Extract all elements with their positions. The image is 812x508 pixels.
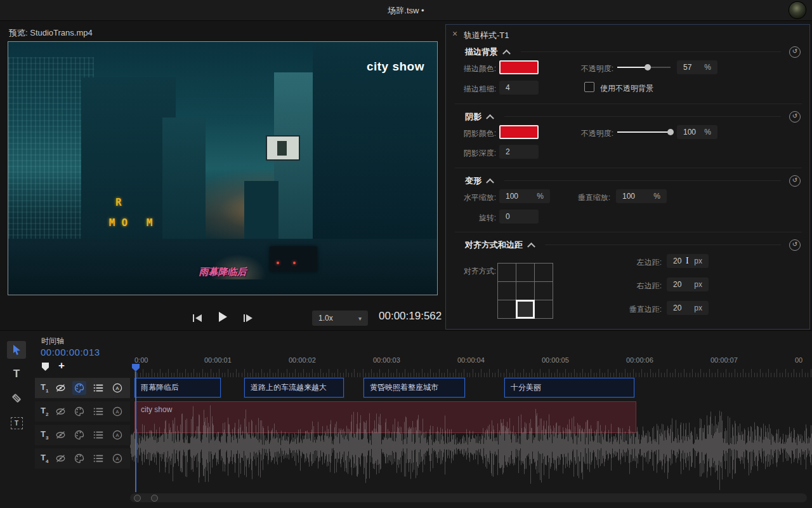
ruler-tick: [599, 369, 600, 377]
tag-tool[interactable]: [7, 389, 26, 407]
ruler-tick: [436, 373, 436, 377]
ruler-tick: [622, 373, 622, 377]
next-frame-button[interactable]: [240, 312, 256, 324]
textbox-tool[interactable]: T: [7, 414, 26, 432]
play-button[interactable]: [214, 311, 231, 323]
visibility-eye-off-icon[interactable]: [53, 381, 67, 395]
ruler-tick: [295, 369, 296, 377]
video-subtitle-text: 雨幕降临后: [8, 266, 437, 278]
align-cell-6[interactable]: [497, 300, 516, 319]
playback-speed-dropdown[interactable]: 1.0x ▾: [312, 311, 368, 326]
ruler-tick: [281, 373, 282, 377]
align-cell-4[interactable]: [516, 281, 535, 300]
subtitle-clip[interactable]: 黄昏映照着整座城市: [363, 378, 465, 398]
align-cell-3[interactable]: [497, 281, 516, 300]
ruler-tick: [700, 369, 701, 377]
scroll-handle-left[interactable]: [134, 495, 141, 502]
reset-section-button[interactable]: ↺: [789, 175, 801, 187]
shadow-opacity-slider[interactable]: [617, 131, 671, 133]
hscale-input[interactable]: 100 %: [499, 189, 550, 203]
ruler-tick: [664, 373, 665, 377]
align-cell-7[interactable]: [516, 300, 535, 319]
ruler-tick: [439, 369, 440, 377]
timeline-scrollbar[interactable]: [130, 493, 807, 502]
visibility-eye-off-icon[interactable]: [53, 428, 67, 442]
auto-circle-a-icon[interactable]: A: [110, 381, 124, 395]
reset-section-button[interactable]: ↺: [789, 239, 801, 251]
close-icon[interactable]: ×: [452, 29, 457, 39]
style-palette-icon[interactable]: [72, 404, 86, 418]
scroll-handle-right[interactable]: [151, 495, 158, 502]
style-palette-icon[interactable]: [72, 451, 86, 465]
app-root: 场辞.tsw • 预览: StudioTrans.mp4 R MO M city…: [0, 0, 812, 508]
margin-vertical-input[interactable]: 20 px: [667, 301, 709, 315]
auto-circle-a-icon[interactable]: A: [110, 428, 124, 442]
stroke-width-input[interactable]: 4: [499, 81, 539, 95]
shadow-color-swatch[interactable]: [499, 125, 539, 139]
opaque-background-checkbox[interactable]: [584, 82, 594, 92]
ruler-tick: [726, 369, 726, 377]
opaque-background-label: 使用不透明背景: [600, 83, 653, 94]
subtitle-clip[interactable]: 雨幕降临后: [134, 378, 221, 398]
subtitle-list-icon[interactable]: [91, 404, 105, 418]
slider-handle[interactable]: [645, 64, 651, 70]
track-row-T2[interactable]: T2A: [35, 401, 130, 422]
stroke-opacity-input[interactable]: 57 %: [677, 60, 717, 74]
ruler-tick: [219, 369, 219, 377]
ruler-tick: [343, 373, 344, 377]
previous-frame-button[interactable]: [189, 312, 206, 324]
style-palette-icon[interactable]: [72, 381, 86, 395]
rotate-input[interactable]: 0: [499, 210, 539, 224]
user-avatar[interactable]: [789, 2, 806, 18]
align-cell-1[interactable]: [516, 263, 535, 282]
playhead-line[interactable]: [135, 371, 136, 492]
ruler-tick: [484, 373, 485, 377]
section-stroke-title[interactable]: 描边背景: [465, 46, 509, 58]
ruler-tick: [678, 373, 679, 377]
auto-circle-a-icon[interactable]: A: [110, 404, 124, 418]
ruler-tick: [613, 373, 614, 377]
align-cell-2[interactable]: [534, 263, 553, 282]
stroke-color-swatch[interactable]: [499, 60, 539, 74]
align-cell-0[interactable]: [497, 263, 516, 282]
section-align-title[interactable]: 对齐方式和边距: [465, 239, 534, 251]
ruler-tick: [534, 373, 535, 377]
visibility-eye-off-icon[interactable]: [53, 451, 67, 465]
textbox-tool-icon: T: [11, 417, 23, 429]
stroke-opacity-slider[interactable]: [617, 67, 671, 68]
ruler-tick: [588, 373, 589, 377]
subtitle-list-icon[interactable]: [91, 428, 105, 442]
shadow-opacity-input[interactable]: 100 %: [677, 125, 717, 139]
ruler-tick: [374, 373, 374, 377]
align-cell-5[interactable]: [534, 281, 553, 300]
next-frame-icon: [246, 314, 252, 322]
subtitle-list-icon[interactable]: [91, 451, 105, 465]
ruler-tick: [306, 373, 307, 377]
shadow-depth-input[interactable]: 2: [499, 145, 539, 159]
reset-section-button[interactable]: ↺: [789, 111, 801, 123]
subtitle-list-icon[interactable]: [91, 381, 105, 395]
ruler-tick: [388, 369, 389, 377]
visibility-eye-off-icon[interactable]: [53, 404, 67, 418]
ruler-tick: [211, 369, 211, 377]
style-palette-icon[interactable]: [72, 428, 86, 442]
track-row-T1[interactable]: T1A: [35, 378, 130, 398]
auto-circle-a-icon[interactable]: A: [110, 451, 124, 465]
ruler-tick: [385, 373, 386, 377]
slider-handle[interactable]: [667, 129, 674, 135]
audio-waveform[interactable]: [130, 399, 812, 491]
section-shadow-title[interactable]: 阴影: [465, 110, 493, 123]
reset-section-button[interactable]: ↺: [789, 46, 801, 58]
video-preview[interactable]: R MO M city show 雨幕降临后: [8, 41, 438, 295]
subtitle-clip[interactable]: 十分美丽: [504, 378, 634, 398]
margin-right-input[interactable]: 20 px: [667, 277, 709, 291]
section-transform-title[interactable]: 变形: [465, 175, 493, 187]
ruler-tick: [469, 373, 470, 377]
subtitle-clip[interactable]: 道路上的车流越来越大: [244, 378, 344, 398]
vscale-input[interactable]: 100 %: [616, 189, 667, 203]
track-row-T3[interactable]: T3A: [35, 425, 130, 445]
track-row-T4[interactable]: T4A: [35, 448, 130, 469]
timeline-ruler[interactable]: 0:0000:00:0100:00:0200:00:0300:00:0400:0…: [0, 356, 812, 378]
align-cell-8[interactable]: [534, 300, 553, 319]
ruler-tick: [329, 369, 329, 377]
